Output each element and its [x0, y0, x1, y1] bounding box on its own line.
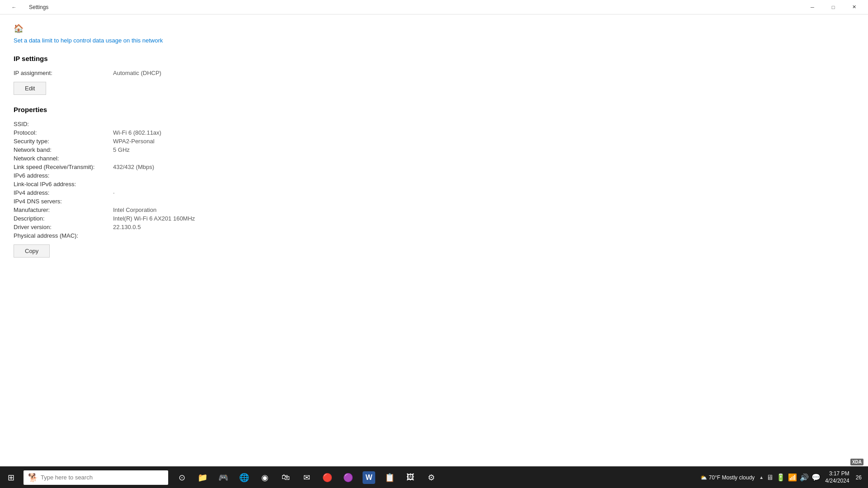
- property-value: Intel(R) Wi-Fi 6 AX201 160MHz: [113, 215, 195, 222]
- cortana-icon: ⊙: [175, 471, 188, 484]
- close-icon: ✕: [852, 4, 856, 10]
- property-value: 432/432 (Mbps): [113, 164, 154, 170]
- search-input[interactable]: [41, 474, 164, 481]
- property-row: IPv4 DNS servers:: [14, 198, 854, 205]
- app2-icon: 🟣: [342, 471, 354, 484]
- clock-date: 4/24/2024: [825, 478, 849, 485]
- close-button[interactable]: ✕: [844, 0, 864, 14]
- property-row: Physical address (MAC):: [14, 232, 854, 239]
- taskbar-app-edge[interactable]: 🌐: [234, 467, 254, 488]
- xda-watermark: XDA: [850, 459, 863, 465]
- windows-icon: ⊞: [8, 473, 14, 483]
- property-value: 5 GHz: [113, 146, 130, 153]
- taskbar-app-app3[interactable]: 📋: [380, 467, 400, 488]
- property-row: Security type:WPA2-Personal: [14, 138, 854, 145]
- property-label: IPv4 DNS servers:: [14, 198, 113, 205]
- taskbar-app-photos[interactable]: 🖼: [401, 467, 420, 488]
- property-row: IPv6 address:: [14, 172, 854, 179]
- ip-assignment-row: IP assignment: Automatic (DHCP): [14, 70, 854, 76]
- taskbar-clock: 3:17 PM 4/24/2024: [825, 470, 849, 484]
- ip-assignment-value: Automatic (DHCP): [113, 70, 161, 76]
- property-label: Network channel:: [14, 155, 113, 162]
- property-label: Physical address (MAC):: [14, 232, 113, 239]
- search-dog-icon: 🐕: [28, 473, 38, 483]
- properties-rows: SSID:Protocol:Wi-Fi 6 (802.11ax)Security…: [14, 121, 854, 239]
- app1-icon: 🔴: [321, 471, 334, 484]
- back-icon: ←: [12, 5, 17, 10]
- property-row: IPv4 address:·: [14, 189, 854, 196]
- maximize-button[interactable]: □: [823, 0, 844, 14]
- settings-icon: ⚙: [425, 471, 438, 484]
- wifi-icon: 📶: [788, 473, 797, 482]
- titlebar-controls: ─ □ ✕: [802, 0, 864, 14]
- minimize-button[interactable]: ─: [802, 0, 823, 14]
- microsoft-store-icon: 🛍: [279, 471, 292, 484]
- minimize-icon: ─: [811, 5, 814, 10]
- start-button[interactable]: ⊞: [0, 467, 22, 488]
- expand-icon[interactable]: ▲: [759, 475, 764, 480]
- property-row: Network band:5 GHz: [14, 146, 854, 153]
- main-content: 🏠 Set a data limit to help control data …: [0, 14, 868, 466]
- property-row: Description:Intel(R) Wi-Fi 6 AX201 160MH…: [14, 215, 854, 222]
- property-label: Link speed (Receive/Transmit):: [14, 164, 113, 170]
- taskbar-app-xbox[interactable]: 🎮: [213, 467, 233, 488]
- data-limit-link[interactable]: Set a data limit to help control data us…: [14, 37, 854, 44]
- property-label: Network band:: [14, 146, 113, 153]
- property-row: SSID:: [14, 121, 854, 127]
- edit-button[interactable]: Edit: [14, 82, 46, 95]
- word-icon: W: [363, 471, 375, 484]
- system-tray: ▲ 🖥 🔋 📶 🔊 💬: [756, 473, 823, 482]
- property-label: IPv6 address:: [14, 172, 113, 179]
- battery-icon: 🔋: [776, 473, 785, 482]
- ip-settings-section: IP settings IP assignment: Automatic (DH…: [14, 55, 854, 102]
- edge-icon: 🌐: [238, 471, 250, 484]
- taskbar-app-word[interactable]: W: [359, 467, 379, 488]
- taskbar: ⊞ 🐕 ⊙📁🎮🌐◉🛍✉🔴🟣W📋🖼⚙ ⛅ 70°F Mostly cloudy ▲…: [0, 466, 868, 488]
- titlebar-left: ← Settings: [4, 0, 48, 14]
- titlebar-title: Settings: [29, 4, 48, 10]
- titlebar: ← Settings ─ □ ✕: [0, 0, 868, 14]
- copy-button[interactable]: Copy: [14, 244, 50, 258]
- property-label: Security type:: [14, 138, 113, 145]
- app3-icon: 📋: [383, 471, 396, 484]
- property-row: Network channel:: [14, 155, 854, 162]
- property-value: 22.130.0.5: [113, 224, 141, 230]
- taskbar-app-chrome[interactable]: ◉: [255, 467, 275, 488]
- mail-icon: ✉: [300, 471, 313, 484]
- property-label: Link-local IPv6 address:: [14, 181, 113, 188]
- weather-text: 70°F Mostly cloudy: [709, 474, 755, 481]
- taskbar-app-app1[interactable]: 🔴: [317, 467, 337, 488]
- property-row: Link speed (Receive/Transmit):432/432 (M…: [14, 164, 854, 170]
- taskbar-app-settings[interactable]: ⚙: [421, 467, 441, 488]
- display-icon: 🖥: [766, 474, 774, 482]
- file-explorer-icon: 📁: [196, 471, 209, 484]
- property-value: ·: [113, 189, 115, 196]
- property-label: SSID:: [14, 121, 113, 127]
- photos-icon: 🖼: [404, 471, 417, 484]
- home-icon: 🏠: [14, 23, 854, 33]
- property-label: Protocol:: [14, 129, 113, 136]
- weather-icon: ⛅: [700, 474, 707, 481]
- taskbar-app-microsoft-store[interactable]: 🛍: [276, 467, 296, 488]
- ip-assignment-label: IP assignment:: [14, 70, 113, 76]
- property-row: Manufacturer:Intel Corporation: [14, 206, 854, 213]
- property-value: WPA2-Personal: [113, 138, 155, 145]
- taskbar-app-file-explorer[interactable]: 📁: [193, 467, 212, 488]
- taskbar-app-cortana[interactable]: ⊙: [172, 467, 192, 488]
- property-row: Driver version:22.130.0.5: [14, 224, 854, 230]
- property-label: Driver version:: [14, 224, 113, 230]
- taskbar-apps: ⊙📁🎮🌐◉🛍✉🔴🟣W📋🖼⚙: [172, 467, 441, 488]
- taskbar-search-bar[interactable]: 🐕: [24, 470, 168, 485]
- volume-icon: 🔊: [800, 473, 809, 482]
- show-desktop-day[interactable]: 26: [853, 474, 864, 481]
- taskbar-weather: ⛅ 70°F Mostly cloudy: [700, 474, 755, 481]
- property-label: IPv4 address:: [14, 189, 113, 196]
- properties-section: Properties SSID:Protocol:Wi-Fi 6 (802.11…: [14, 106, 854, 265]
- property-value: Wi-Fi 6 (802.11ax): [113, 129, 161, 136]
- property-row: Protocol:Wi-Fi 6 (802.11ax): [14, 129, 854, 136]
- property-label: Manufacturer:: [14, 206, 113, 213]
- taskbar-app-app2[interactable]: 🟣: [338, 467, 358, 488]
- taskbar-right: ⛅ 70°F Mostly cloudy ▲ 🖥 🔋 📶 🔊 💬 3:17 PM…: [700, 470, 868, 484]
- back-button[interactable]: ←: [4, 0, 24, 14]
- taskbar-app-mail[interactable]: ✉: [297, 467, 316, 488]
